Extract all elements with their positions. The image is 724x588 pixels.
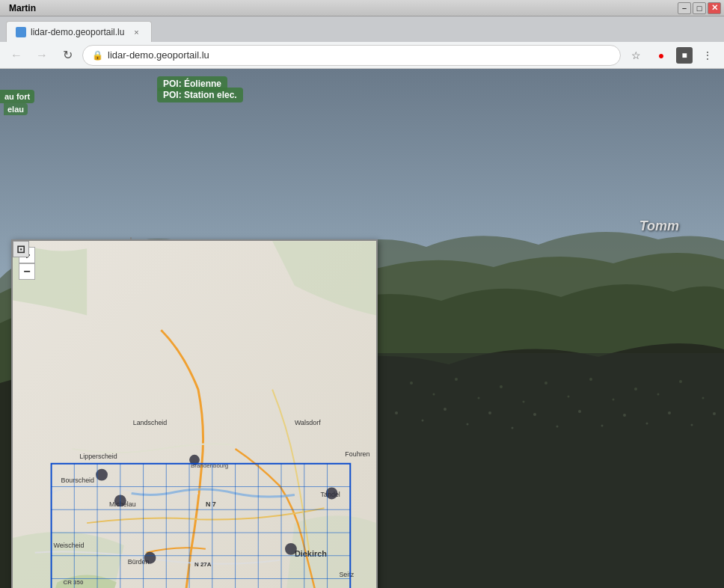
reload-button[interactable]: ↻ (57, 45, 78, 66)
svg-text:Weischeid: Weischeid (54, 542, 85, 549)
zoom-out-button[interactable]: − (19, 263, 35, 280)
svg-point-11 (613, 399, 615, 401)
menu-button[interactable]: ⋮ (697, 45, 718, 66)
svg-point-7 (523, 401, 525, 403)
svg-point-26 (623, 414, 626, 417)
nav-bar: ← → ↻ 🔒 lidar-demo.geoportail.lu ☆ ● ■ ⋮ (0, 42, 724, 69)
resize-handle[interactable]: ⊡ (13, 241, 29, 257)
back-button[interactable]: ← (6, 45, 27, 66)
svg-point-4 (455, 378, 458, 381)
minimize-button[interactable]: − (678, 2, 691, 14)
svg-text:N 27A: N 27A (194, 561, 212, 568)
svg-text:Landscheid: Landscheid (133, 419, 168, 426)
svg-point-6 (500, 385, 503, 388)
svg-point-2 (410, 382, 413, 385)
tab-title: lidar-demo.geoportail.lu (31, 27, 124, 37)
svg-point-15 (702, 397, 705, 399)
bookmark-button[interactable]: ☆ (625, 45, 646, 66)
map-svg: Landscheid Walsdorf Lipperscheid Boursch… (13, 241, 376, 588)
svg-point-28 (668, 411, 671, 414)
resize-button[interactable]: ⊡ (13, 241, 29, 257)
svg-point-23 (556, 426, 559, 428)
svg-rect-1 (374, 353, 724, 588)
svg-text:Fouhren: Fouhren (345, 450, 369, 458)
svg-point-3 (433, 393, 435, 396)
svg-point-20 (488, 411, 491, 414)
svg-point-12 (634, 388, 637, 391)
svg-point-10 (589, 378, 592, 381)
svg-point-14 (679, 380, 682, 383)
svg-point-9 (568, 396, 570, 398)
svg-point-21 (512, 427, 514, 429)
titlebar: Martin − □ ✕ (0, 0, 724, 16)
michelau-terrain-label: elau (4, 103, 28, 115)
address-bar[interactable]: 🔒 lidar-demo.geoportail.lu (82, 45, 621, 66)
svg-text:Diekirch: Diekirch (295, 549, 327, 558)
svg-point-29 (691, 424, 693, 426)
svg-text:Walsdorf: Walsdorf (295, 419, 321, 426)
chateau-label: au fort (0, 90, 34, 103)
lock-icon: 🔒 (92, 50, 103, 61)
svg-point-17 (422, 420, 424, 422)
close-button[interactable]: ✕ (708, 2, 721, 14)
browser-body: POI: Éolienne POI: Station elec. au fort… (0, 69, 724, 588)
svg-text:N 7: N 7 (206, 500, 216, 508)
url-text: lidar-demo.geoportail.lu (108, 49, 209, 61)
svg-point-24 (578, 410, 581, 413)
maximize-button[interactable]: □ (693, 2, 706, 14)
svg-point-8 (544, 382, 547, 385)
svg-point-81 (285, 543, 297, 555)
user-name: Martin (9, 3, 36, 13)
opera-icon[interactable]: ● (651, 45, 672, 66)
forward-button[interactable]: → (31, 45, 52, 66)
svg-text:Lipperscheid: Lipperscheid (79, 453, 117, 460)
extension-button[interactable]: ■ (676, 47, 693, 64)
svg-point-16 (395, 411, 398, 414)
tab-close-button[interactable]: × (130, 26, 142, 38)
svg-point-27 (646, 423, 648, 425)
svg-point-19 (467, 423, 469, 426)
svg-text:Seitz: Seitz (339, 571, 354, 578)
svg-point-22 (533, 413, 536, 416)
tomm-label: Tomm (639, 218, 679, 234)
svg-point-13 (657, 393, 660, 396)
svg-point-5 (478, 397, 480, 399)
tab-favicon (16, 27, 26, 37)
svg-point-18 (444, 408, 447, 411)
poi-station-label: POI: Station elec. (157, 88, 243, 102)
tab-bar: lidar-demo.geoportail.lu × (0, 16, 724, 42)
svg-point-25 (601, 425, 604, 427)
browser-tab[interactable]: lidar-demo.geoportail.lu × (6, 21, 152, 42)
svg-point-30 (713, 412, 716, 415)
svg-point-80 (144, 552, 156, 564)
svg-text:CR 350: CR 350 (63, 579, 83, 586)
map-overlay[interactable]: Landscheid Walsdorf Lipperscheid Boursch… (11, 239, 378, 588)
svg-text:Bourscheid: Bourscheid (61, 477, 94, 484)
